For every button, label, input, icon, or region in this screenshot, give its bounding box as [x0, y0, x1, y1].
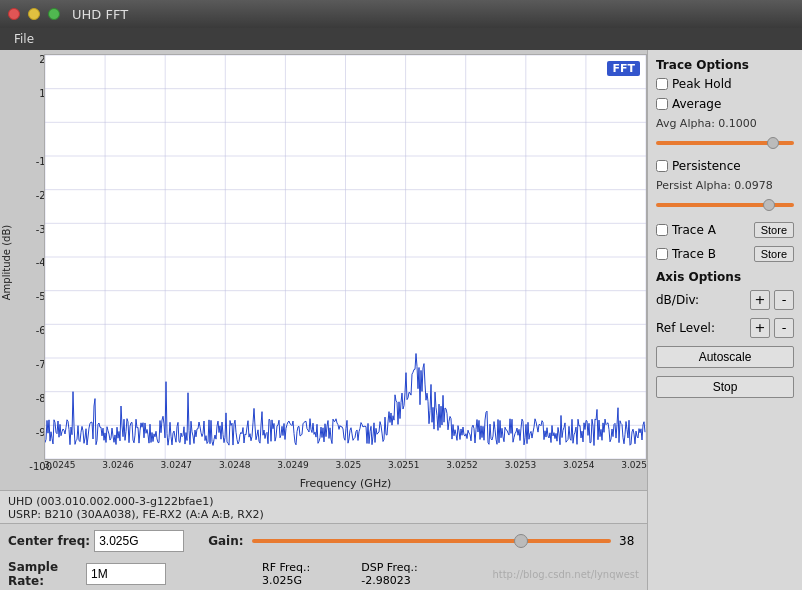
- y-axis-title: Amplitude (dB): [2, 224, 13, 299]
- ref-level-minus[interactable]: -: [774, 318, 794, 338]
- trace-b-checkbox[interactable]: [656, 248, 668, 260]
- gain-row: Gain: 38: [208, 533, 639, 549]
- controls-bar: Center freq: Gain: 38: [0, 523, 647, 558]
- fft-canvas: [45, 55, 646, 459]
- x-tick-7: 3.0251: [388, 460, 420, 476]
- info-bar: UHD (003.010.002.000-3-g122bfae1) USRP: …: [0, 490, 647, 523]
- center-freq-input[interactable]: [94, 530, 184, 552]
- right-panel: Trace Options Peak Hold Average Avg Alph…: [647, 50, 802, 590]
- peak-hold-row: Peak Hold: [656, 77, 794, 91]
- info-line1: UHD (003.010.002.000-3-g122bfae1): [8, 495, 639, 508]
- avg-alpha-thumb: [767, 137, 779, 149]
- axis-options-title: Axis Options: [656, 270, 794, 284]
- trace-a-label: Trace A: [672, 223, 716, 237]
- trace-a-checkbox[interactable]: [656, 224, 668, 236]
- gain-track: [252, 539, 611, 543]
- db-div-plus[interactable]: +: [750, 290, 770, 310]
- x-tick-10: 3.0254: [563, 460, 595, 476]
- persist-alpha-slider[interactable]: [656, 198, 794, 212]
- close-button[interactable]: [8, 8, 20, 20]
- minimize-button[interactable]: [28, 8, 40, 20]
- trace-a-row: Trace A Store: [656, 222, 794, 238]
- center-freq-group: Center freq:: [8, 530, 184, 552]
- x-tick-5: 3.0249: [277, 460, 309, 476]
- fft-badge: FFT: [607, 61, 640, 76]
- stop-button[interactable]: Stop: [656, 376, 794, 398]
- menu-file[interactable]: File: [6, 30, 42, 48]
- x-tick-6: 3.025: [335, 460, 361, 476]
- ref-level-label: Ref Level:: [656, 321, 715, 335]
- x-tick-8: 3.0252: [446, 460, 478, 476]
- avg-alpha-slider[interactable]: [656, 136, 794, 150]
- info-line2: USRP: B210 (30AA038), FE-RX2 (A:A A:B, R…: [8, 508, 639, 521]
- db-div-minus[interactable]: -: [774, 290, 794, 310]
- average-label: Average: [672, 97, 721, 111]
- main-content: Amplitude (dB) 20 10 0 -10 -20 -30 -40 -…: [0, 50, 802, 590]
- rf-freq: RF Freq.: 3.025G: [262, 561, 345, 587]
- peak-hold-checkbox[interactable]: [656, 78, 668, 90]
- x-tick-11: 3.025: [621, 460, 647, 476]
- ref-level-plus[interactable]: +: [750, 318, 770, 338]
- x-tick-2: 3.0246: [102, 460, 134, 476]
- persistence-label: Persistence: [672, 159, 741, 173]
- plot-wrapper: Amplitude (dB) 20 10 0 -10 -20 -30 -40 -…: [0, 50, 647, 490]
- x-tick-9: 3.0253: [505, 460, 537, 476]
- maximize-button[interactable]: [48, 8, 60, 20]
- db-div-row: dB/Div: + -: [656, 290, 794, 310]
- x-tick-1: 3.0245: [44, 460, 76, 476]
- trace-b-row: Trace B Store: [656, 246, 794, 262]
- dsp-freq: DSP Freq.: -2.98023: [361, 561, 460, 587]
- persistence-checkbox[interactable]: [656, 160, 668, 172]
- sample-rate-group: Sample Rate:: [8, 560, 166, 588]
- db-div-label: dB/Div:: [656, 293, 699, 307]
- average-row: Average: [656, 97, 794, 111]
- center-freq-label: Center freq:: [8, 534, 90, 548]
- gain-section: Gain: 38: [200, 533, 639, 549]
- trace-b-store-button[interactable]: Store: [754, 246, 794, 262]
- gain-value: 38: [619, 534, 639, 548]
- trace-b-label: Trace B: [672, 247, 716, 261]
- persist-alpha-label: Persist Alpha: 0.0978: [656, 179, 794, 192]
- autoscale-button[interactable]: Autoscale: [656, 346, 794, 368]
- trace-options-title: Trace Options: [656, 58, 794, 72]
- menubar: File: [0, 28, 802, 50]
- plot-area: Amplitude (dB) 20 10 0 -10 -20 -30 -40 -…: [0, 50, 647, 590]
- titlebar: UHD FFT: [0, 0, 802, 28]
- gain-thumb: [514, 534, 528, 548]
- average-checkbox[interactable]: [656, 98, 668, 110]
- gain-slider[interactable]: [252, 533, 611, 549]
- ref-level-row: Ref Level: + -: [656, 318, 794, 338]
- gain-label: Gain:: [208, 534, 243, 548]
- avg-alpha-label: Avg Alpha: 0.1000: [656, 117, 794, 130]
- persist-alpha-thumb: [763, 199, 775, 211]
- persistence-row: Persistence: [656, 159, 794, 173]
- sample-rate-input[interactable]: [86, 563, 166, 585]
- watermark: http://blog.csdn.net/lynqwest: [492, 569, 639, 580]
- freq-dsp-row: Sample Rate: RF Freq.: 3.025G DSP Freq.:…: [0, 558, 647, 590]
- window-title: UHD FFT: [72, 7, 128, 22]
- x-tick-3: 3.0247: [161, 460, 193, 476]
- x-axis-title: Frequency (GHz): [300, 477, 391, 490]
- trace-a-store-button[interactable]: Store: [754, 222, 794, 238]
- peak-hold-label: Peak Hold: [672, 77, 732, 91]
- sample-rate-label: Sample Rate:: [8, 560, 82, 588]
- x-tick-4: 3.0248: [219, 460, 251, 476]
